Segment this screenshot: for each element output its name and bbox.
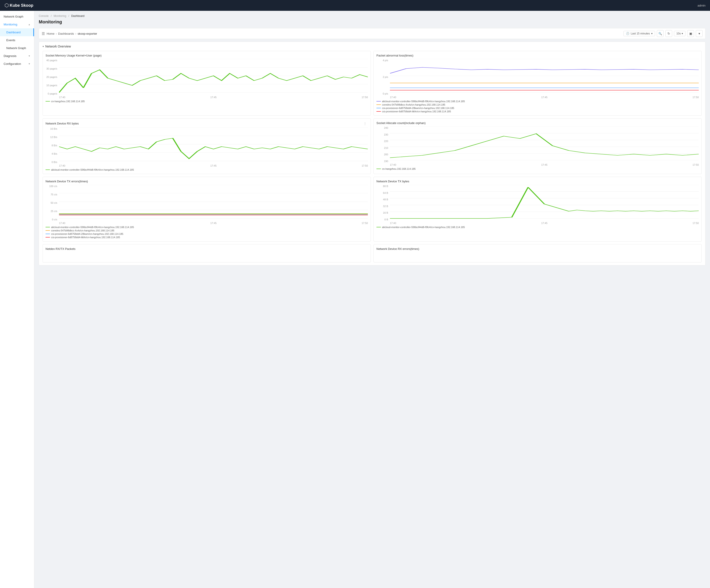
legend-item: csi-provisioner-6d8758dd4-ltkfn/cn-hangz… xyxy=(376,110,699,113)
chart-x-axis: 17:4017:4517:50 xyxy=(59,222,368,224)
sidebar-item-network-graph[interactable]: Network Graph xyxy=(0,13,34,21)
sidebar-item-dashboard[interactable]: Dashboard xyxy=(0,28,34,36)
chart-panel-socket-memory: Socket Memory Usage Kernel+User (page)40… xyxy=(43,51,371,116)
legend-item: cn-hangzhou.192.168.114.185 xyxy=(46,100,85,103)
chart-y-axis: 100 c/s75 c/s50 c/s25 c/s0 c/s xyxy=(46,185,59,221)
chart-legend: cn-hangzhou.192.168.114.185 xyxy=(46,100,368,103)
main-content: Console / Monitoring / Dashboard Monitor… xyxy=(34,11,710,588)
breadcrumb-dashboard: Dashboard xyxy=(71,15,85,18)
chart-panel-network-device-rx: Network Device RX bytes⋮16 B/s12 B/s8 B/… xyxy=(43,118,371,174)
sidebar-section-monitoring[interactable]: Monitoring ▲ xyxy=(0,21,34,28)
legend-color xyxy=(46,170,50,170)
chevron-down-icon: ▼ xyxy=(28,63,30,65)
toolbar-dashboards[interactable]: Dashboards xyxy=(58,32,74,35)
chart-y-axis: 4 p/s2 p/s0 p/s xyxy=(376,59,390,95)
sidebar-section-label: Configuration xyxy=(4,62,21,66)
more-button[interactable]: ▾ xyxy=(696,30,703,37)
chart-title: Socket Memory Usage Kernel+User (page) xyxy=(46,54,101,57)
chart-panel-packet-abnormal: Packet abnormal loss(times)4 p/s2 p/s0 p… xyxy=(374,51,702,116)
sidebar-item-label: Events xyxy=(6,39,15,42)
toolbar: ☰ Home › Dashboards › skoop-exporter 🕐 L… xyxy=(39,28,706,39)
legend-item: coredns-547b98dbcc-fcvls/cn-hangzhou.192… xyxy=(46,229,368,232)
chart-title: Packet abnormal loss(times) xyxy=(376,54,413,57)
dashboard-content: ▾ Network Overview Socket Memory Usage K… xyxy=(39,42,706,265)
chevron-down-icon: ▾ xyxy=(699,32,700,35)
section-collapse-icon[interactable]: ▾ xyxy=(43,45,44,48)
chart-legend: alicloud-monitor-controller-596bcf44d8-f… xyxy=(376,100,699,113)
chart-x-axis: 17:4017:4517:50 xyxy=(390,222,699,224)
chart-legend: alicloud-monitor-controller-596bcf44d8-f… xyxy=(46,168,368,171)
refresh-icon: ↻ xyxy=(667,32,670,35)
legend-color xyxy=(376,227,381,227)
legend-item: alicloud-monitor-controller-596bcf44d8-f… xyxy=(376,100,699,103)
chart-x-axis: 17:4017:4517:50 xyxy=(390,164,699,166)
page-title: Monitoring xyxy=(39,19,706,25)
toolbar-home[interactable]: Home xyxy=(47,32,54,35)
chevron-down-icon: ▾ xyxy=(682,32,683,35)
breadcrumb-monitoring[interactable]: Monitoring xyxy=(54,15,66,18)
chart-title: Netdev RX/TX Packets xyxy=(46,247,368,250)
legend-color xyxy=(46,234,50,234)
sidebar-item-label: Network Graph xyxy=(6,46,26,50)
sidebar-item-label: Dashboard xyxy=(6,31,21,34)
chart-title: Socket Allocate count(include orphan) xyxy=(376,121,426,125)
chart-title: Network Device TX bytes xyxy=(376,180,409,183)
sidebar-section-label: Diagnosis xyxy=(4,54,17,58)
chevron-down-icon: ▼ xyxy=(28,55,30,57)
charts-grid: Socket Memory Usage Kernel+User (page)40… xyxy=(43,51,702,242)
time-range-picker[interactable]: 🕐 Last 15 minutes ▾ xyxy=(623,31,655,36)
bottom-charts-grid: Netdev RX/TX PacketsNetwork Device RX er… xyxy=(43,244,702,263)
legend-color xyxy=(376,104,381,105)
breadcrumb: Console / Monitoring / Dashboard xyxy=(39,15,706,18)
breadcrumb-console[interactable]: Console xyxy=(39,15,49,18)
legend-color xyxy=(376,169,381,169)
legend-color xyxy=(376,111,381,112)
chevron-down-icon: ▾ xyxy=(651,32,653,35)
chart-title: Network Device TX errors(times) xyxy=(46,180,88,183)
chart-panel-network-device-tx-bytes: Network Device TX bytes80 B64 B48 B32 B1… xyxy=(374,177,702,242)
chart-y-axis: 16 B/s12 B/s8 B/s4 B/s0 B/s xyxy=(46,127,59,164)
legend-item: cn-hangzhou.192.168.114.185 xyxy=(376,168,416,170)
display-icon: ▣ xyxy=(689,32,692,35)
legend-item: alicloud-monitor-controller-596bcf44d8-f… xyxy=(376,226,465,228)
legend-color xyxy=(46,230,50,231)
app-logo[interactable]: ⬡ Kube Skoop xyxy=(4,2,33,8)
legend-item: alicloud-monitor-controller-596bcf44d8-f… xyxy=(46,168,134,171)
clock-icon: 🕐 xyxy=(626,32,629,35)
chart-x-axis: 17:4017:4517:50 xyxy=(390,96,699,99)
legend-item: csi-provisioner-6d8758dd4-ltkfn/cn-hangz… xyxy=(46,236,368,239)
refresh-interval-picker[interactable]: 10s ▾ xyxy=(674,31,685,36)
legend-color xyxy=(376,108,381,108)
top-nav: ⬡ Kube Skoop admin xyxy=(0,0,710,11)
chart-panel-network-device-rx-errors: Network Device RX errors(times) xyxy=(374,244,702,263)
legend-color xyxy=(46,101,50,101)
legend-item: alicloud-monitor-controller-596bcf44d8-f… xyxy=(46,226,368,228)
chart-y-axis: 40 page/s30 page/s20 page/s10 page/s0 pa… xyxy=(46,59,59,95)
zoom-out-button[interactable]: 🔍 xyxy=(657,30,664,37)
sidebar-section-diagnosis[interactable]: Diagnosis ▼ xyxy=(0,52,34,60)
sidebar-section-configuration[interactable]: Configuration ▼ xyxy=(0,60,34,68)
chart-x-axis: 17:4017:4517:50 xyxy=(59,96,368,99)
display-button[interactable]: ▣ xyxy=(687,30,694,37)
legend-color xyxy=(46,227,50,227)
chart-legend: alicloud-monitor-controller-596bcf44d8-f… xyxy=(46,226,368,239)
user-label[interactable]: admin xyxy=(697,4,706,7)
section-header: ▾ Network Overview xyxy=(43,45,702,48)
chart-panel-socket-allocate: Socket Allocate count(include orphan)240… xyxy=(374,118,702,174)
refresh-button[interactable]: ↻ xyxy=(665,30,672,37)
app-title: Kube Skoop xyxy=(10,3,33,8)
legend-item: coredns-547b98dbcc-fcvls/cn-hangzhou.192… xyxy=(376,103,699,106)
sidebar-item-label: Network Graph xyxy=(4,15,23,18)
chart-menu-button[interactable]: ⋮ xyxy=(362,121,368,126)
sidebar-section-label: Monitoring xyxy=(4,23,17,26)
refresh-interval-label: 10s xyxy=(677,32,681,35)
legend-color xyxy=(46,237,50,238)
sidebar-item-network-graph-sub[interactable]: Network Graph xyxy=(0,44,34,52)
chevron-up-icon: ▲ xyxy=(28,23,30,26)
hamburger-icon[interactable]: ☰ xyxy=(42,31,45,36)
chart-y-axis: 80 B64 B48 B32 B16 B0 B xyxy=(376,185,390,221)
chart-x-axis: 17:4017:4517:50 xyxy=(59,164,368,167)
chart-title: Network Device RX bytes xyxy=(46,122,79,125)
legend-item: csi-provisioner-6d8758dd4-28kwm/cn-hangz… xyxy=(376,107,699,109)
sidebar-item-events[interactable]: Events xyxy=(0,36,34,44)
